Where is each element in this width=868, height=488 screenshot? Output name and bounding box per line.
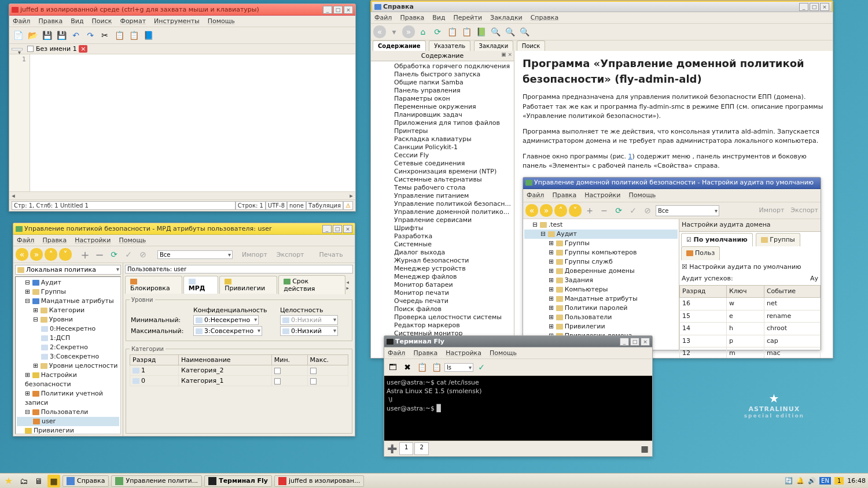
menu-edit[interactable]: Правка (413, 349, 437, 357)
minimize-icon[interactable]: _ (799, 3, 808, 11)
new-icon[interactable]: 📄 (12, 29, 24, 42)
copy2-icon[interactable]: 📋 (460, 25, 473, 38)
dropdown-icon[interactable]: ▾ (388, 25, 400, 38)
home-icon[interactable]: ⌂ (417, 25, 429, 38)
tray-lang[interactable]: EN (819, 477, 831, 485)
desktop-icon[interactable]: 🖥 (32, 475, 45, 487)
find-prev-icon[interactable]: 🔍 (518, 25, 531, 38)
nav-down-icon[interactable]: ˅ (59, 248, 72, 261)
tab-checkbox[interactable] (27, 46, 34, 52)
tab-contents[interactable]: Содержание (373, 40, 426, 51)
nav-fwd-icon[interactable]: » (402, 25, 415, 38)
toc-item[interactable]: Редактор маркеров (394, 321, 513, 330)
min-conf-combo[interactable]: 0:Несекретно (193, 315, 259, 325)
tab-expiry[interactable]: Срок действия (278, 275, 345, 294)
toc-item[interactable]: Управление питанием (394, 192, 513, 200)
help-titlebar[interactable]: Справка _□× (371, 1, 833, 12)
tab-menu-icon[interactable]: ▦ (638, 442, 651, 455)
open-icon[interactable]: 📂 (26, 29, 39, 42)
import-button[interactable]: Импорт (242, 251, 267, 258)
cut-icon[interactable]: ✂ (98, 29, 111, 42)
term-tab-1[interactable]: 1 (399, 442, 413, 455)
maximize-icon[interactable]: □ (630, 338, 639, 346)
toc-item[interactable]: Системные (394, 241, 513, 249)
terminal-titlebar[interactable]: Терминал Fly _□× (384, 336, 652, 347)
tab-bookmarks[interactable]: Закладки (474, 40, 514, 51)
tray-volume-icon[interactable]: 🔊 (808, 477, 816, 485)
max-conf-combo[interactable]: 3:Совсекретно (193, 326, 262, 336)
maximize-icon[interactable]: □ (810, 3, 819, 11)
add-icon[interactable]: + (79, 248, 91, 261)
help-content[interactable]: Программа «Управление доменной политикой… (514, 51, 833, 358)
terminal-output[interactable]: user@astra:~$ cat /etc/issue Astra Linux… (384, 376, 652, 441)
toc-item[interactable]: Диалог выхода (394, 249, 513, 257)
toc-item[interactable]: Раскладка клавиатуры (394, 135, 513, 143)
cancel-icon[interactable]: ⊘ (137, 248, 149, 261)
menu-view[interactable]: Вид (432, 14, 445, 21)
lexer-combo[interactable] (12, 48, 23, 50)
paste-icon[interactable]: 📋 (430, 361, 443, 374)
menu-settings[interactable]: Настройки (75, 236, 111, 244)
tray-ws[interactable]: 1 (834, 477, 844, 485)
toc-item[interactable]: Приложения для типов файлов (394, 119, 513, 127)
ref-link[interactable]: 1 (628, 153, 632, 160)
book-icon[interactable]: 📘 (142, 29, 155, 42)
book-icon[interactable]: 📗 (475, 25, 487, 38)
run-icon[interactable]: ✓ (475, 361, 488, 374)
menu-go[interactable]: Перейти (454, 14, 483, 21)
close-tab-icon[interactable]: ✖ (401, 361, 414, 374)
toc-item[interactable]: Общие папки Samba (394, 79, 513, 87)
print-button[interactable]: Печать (319, 251, 343, 258)
toc-item[interactable]: Панель быстрого запуска (394, 71, 513, 79)
toc-item[interactable]: Монитор печати (394, 289, 513, 297)
files-icon[interactable]: 🗂 (17, 475, 30, 487)
max-int-combo[interactable]: 0:Низкий (280, 326, 338, 336)
mrd-titlebar[interactable]: Управление политикой безопасности - МРД … (13, 223, 355, 235)
editor-tab[interactable]: Без имени 1 × (36, 45, 87, 53)
cmd-combo[interactable]: ls (444, 363, 473, 372)
menu-file[interactable]: Файл (388, 349, 405, 357)
close-icon[interactable]: × (820, 3, 829, 11)
find-next-icon[interactable]: 🔍 (503, 25, 516, 38)
minimize-icon[interactable]: _ (620, 338, 629, 346)
copy-icon[interactable]: 📋 (113, 29, 126, 42)
menu-help[interactable]: Справка (531, 14, 558, 21)
toc-item[interactable]: Темы рабочего стола (394, 184, 513, 192)
close-icon[interactable]: × (641, 338, 650, 346)
tab-index[interactable]: Указатель (429, 40, 470, 51)
toc-item[interactable]: Поиск файлов (394, 305, 513, 313)
juffed-titlebar[interactable]: juffed в изолированной среде (ctrl+g для… (9, 4, 355, 16)
tab-scroll[interactable]: ◂ ▸ (347, 279, 354, 291)
toc-item[interactable]: Очередь печати (394, 297, 513, 305)
apply-icon[interactable]: ✓ (122, 248, 135, 261)
toc-item[interactable]: Монитор батареи (394, 281, 513, 289)
toc-item[interactable]: Шрифты (394, 224, 513, 232)
toc-tree[interactable]: Обработка горячего подключенияПанель быс… (371, 61, 514, 358)
reload-icon[interactable]: ⟳ (431, 25, 444, 38)
paste-icon[interactable]: 📋 (127, 29, 140, 42)
tray-clock[interactable]: 16:48 (847, 477, 866, 485)
menu-bookmarks[interactable]: Закладки (490, 14, 523, 21)
tab-close-icon[interactable]: × (79, 45, 87, 53)
toc-item[interactable]: Менеджер устройств (394, 265, 513, 273)
nav-fwd-icon[interactable]: » (30, 248, 43, 261)
undock-icon[interactable]: ▣ × (501, 51, 512, 57)
toc-item[interactable]: Менеджер файлов (394, 273, 513, 281)
task-juffed[interactable]: juffed в изолирован... (274, 475, 364, 487)
tab-add-icon[interactable]: ➕ (385, 442, 398, 455)
toc-item[interactable]: Сессии Fly (394, 151, 513, 160)
policy-tree[interactable]: ⊟ Аудит ⊞ Группы ⊟ Мандатные атрибуты ⊞ … (15, 276, 121, 434)
menu-edit[interactable]: Правка (42, 236, 67, 244)
tab-lock[interactable]: Блокировка (125, 276, 182, 294)
nav-back-icon[interactable]: « (373, 25, 386, 38)
filter-combo[interactable]: Все (157, 250, 233, 259)
maximize-icon[interactable]: □ (333, 225, 342, 233)
task-terminal[interactable]: Терминал Fly (204, 475, 272, 487)
undo-icon[interactable]: ↶ (69, 29, 82, 42)
toc-item[interactable]: Системные альтернативы (394, 176, 513, 184)
find-icon[interactable]: 🔍 (489, 25, 502, 38)
menu-settings[interactable]: Настройка (446, 349, 481, 357)
menu-help[interactable]: Помощь (208, 17, 235, 25)
toc-item[interactable]: Сетевые соединения (394, 160, 513, 168)
toc-item[interactable]: Планировщик задач (394, 111, 513, 119)
